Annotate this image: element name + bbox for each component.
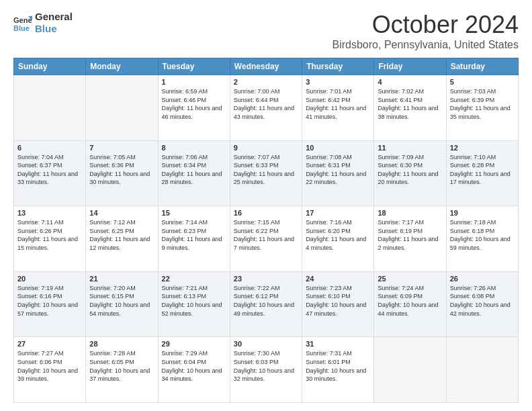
calendar-cell — [374, 337, 446, 403]
calendar-header-thursday: Thursday — [302, 58, 374, 75]
svg-text:Blue: Blue — [13, 24, 30, 32]
day-info: Sunrise: 7:15 AM Sunset: 6:22 PM Dayligh… — [234, 218, 298, 252]
day-number: 22 — [162, 275, 226, 283]
calendar-cell: 10Sunrise: 7:08 AM Sunset: 6:31 PM Dayli… — [302, 140, 374, 206]
day-info: Sunrise: 7:29 AM Sunset: 6:04 PM Dayligh… — [162, 349, 226, 383]
calendar-header-wednesday: Wednesday — [230, 58, 302, 75]
day-number: 23 — [234, 275, 298, 283]
day-info: Sunrise: 7:27 AM Sunset: 6:06 PM Dayligh… — [17, 349, 82, 383]
calendar-cell: 12Sunrise: 7:10 AM Sunset: 6:28 PM Dayli… — [446, 140, 518, 206]
day-number: 11 — [378, 144, 442, 152]
logo-icon: General Blue — [13, 13, 32, 32]
calendar-cell: 13Sunrise: 7:11 AM Sunset: 6:26 PM Dayli… — [14, 206, 86, 272]
calendar-cell: 21Sunrise: 7:20 AM Sunset: 6:15 PM Dayli… — [86, 271, 158, 337]
calendar-cell: 25Sunrise: 7:24 AM Sunset: 6:09 PM Dayli… — [374, 271, 446, 337]
day-info: Sunrise: 7:05 AM Sunset: 6:36 PM Dayligh… — [89, 153, 154, 187]
calendar-cell: 17Sunrise: 7:16 AM Sunset: 6:20 PM Dayli… — [302, 206, 374, 272]
day-info: Sunrise: 7:12 AM Sunset: 6:25 PM Dayligh… — [89, 218, 154, 252]
day-number: 12 — [450, 144, 515, 152]
day-number: 30 — [234, 340, 298, 348]
calendar-week-row: 6Sunrise: 7:04 AM Sunset: 6:37 PM Daylig… — [14, 140, 519, 206]
day-number: 18 — [378, 209, 442, 217]
day-number: 7 — [89, 144, 154, 152]
calendar-cell: 23Sunrise: 7:22 AM Sunset: 6:12 PM Dayli… — [230, 271, 302, 337]
calendar-cell: 29Sunrise: 7:29 AM Sunset: 6:04 PM Dayli… — [158, 337, 230, 403]
calendar-week-row: 27Sunrise: 7:27 AM Sunset: 6:06 PM Dayli… — [14, 337, 519, 403]
day-info: Sunrise: 7:02 AM Sunset: 6:41 PM Dayligh… — [378, 87, 442, 121]
day-info: Sunrise: 7:04 AM Sunset: 6:37 PM Dayligh… — [17, 153, 82, 187]
day-info: Sunrise: 7:22 AM Sunset: 6:12 PM Dayligh… — [234, 284, 298, 318]
day-number: 26 — [450, 275, 515, 283]
day-number: 5 — [450, 78, 515, 86]
day-info: Sunrise: 7:21 AM Sunset: 6:13 PM Dayligh… — [162, 284, 226, 318]
calendar-cell: 14Sunrise: 7:12 AM Sunset: 6:25 PM Dayli… — [86, 206, 158, 272]
main-title: October 2024 — [332, 11, 519, 39]
calendar-header-tuesday: Tuesday — [158, 58, 230, 75]
calendar-cell: 24Sunrise: 7:23 AM Sunset: 6:10 PM Dayli… — [302, 271, 374, 337]
day-info: Sunrise: 7:24 AM Sunset: 6:09 PM Dayligh… — [378, 284, 442, 318]
calendar-cell: 7Sunrise: 7:05 AM Sunset: 6:36 PM Daylig… — [86, 140, 158, 206]
day-number: 16 — [234, 209, 298, 217]
day-info: Sunrise: 7:14 AM Sunset: 6:23 PM Dayligh… — [162, 218, 226, 252]
calendar-cell: 2Sunrise: 7:00 AM Sunset: 6:44 PM Daylig… — [230, 75, 302, 141]
day-number: 3 — [306, 78, 370, 86]
day-number: 31 — [306, 340, 370, 348]
day-info: Sunrise: 7:09 AM Sunset: 6:30 PM Dayligh… — [378, 153, 442, 187]
calendar-week-row: 13Sunrise: 7:11 AM Sunset: 6:26 PM Dayli… — [14, 206, 519, 272]
day-info: Sunrise: 7:20 AM Sunset: 6:15 PM Dayligh… — [89, 284, 154, 318]
day-number: 10 — [306, 144, 370, 152]
calendar-cell: 26Sunrise: 7:26 AM Sunset: 6:08 PM Dayli… — [446, 271, 518, 337]
logo: General Blue General Blue — [13, 11, 73, 35]
day-number: 20 — [17, 275, 82, 283]
calendar-cell — [446, 337, 518, 403]
day-info: Sunrise: 7:26 AM Sunset: 6:08 PM Dayligh… — [450, 284, 515, 318]
day-number: 27 — [17, 340, 82, 348]
day-number: 25 — [378, 275, 442, 283]
page-header: General Blue General Blue October 2024 B… — [13, 11, 519, 51]
calendar-cell: 18Sunrise: 7:17 AM Sunset: 6:19 PM Dayli… — [374, 206, 446, 272]
title-block: October 2024 Birdsboro, Pennsylvania, Un… — [332, 11, 519, 51]
calendar-cell: 15Sunrise: 7:14 AM Sunset: 6:23 PM Dayli… — [158, 206, 230, 272]
day-number: 15 — [162, 209, 226, 217]
calendar-cell: 22Sunrise: 7:21 AM Sunset: 6:13 PM Dayli… — [158, 271, 230, 337]
day-number: 14 — [89, 209, 154, 217]
day-number: 8 — [162, 144, 226, 152]
day-info: Sunrise: 7:03 AM Sunset: 6:39 PM Dayligh… — [450, 87, 515, 121]
day-info: Sunrise: 7:23 AM Sunset: 6:10 PM Dayligh… — [306, 284, 370, 318]
calendar-cell: 11Sunrise: 7:09 AM Sunset: 6:30 PM Dayli… — [374, 140, 446, 206]
day-info: Sunrise: 7:08 AM Sunset: 6:31 PM Dayligh… — [306, 153, 370, 187]
day-number: 24 — [306, 275, 370, 283]
day-info: Sunrise: 7:01 AM Sunset: 6:42 PM Dayligh… — [306, 87, 370, 121]
calendar-header-friday: Friday — [374, 58, 446, 75]
day-info: Sunrise: 7:31 AM Sunset: 6:01 PM Dayligh… — [306, 349, 370, 383]
logo-line2: Blue — [35, 23, 73, 35]
day-number: 17 — [306, 209, 370, 217]
calendar-cell: 31Sunrise: 7:31 AM Sunset: 6:01 PM Dayli… — [302, 337, 374, 403]
calendar-cell: 19Sunrise: 7:18 AM Sunset: 6:18 PM Dayli… — [446, 206, 518, 272]
calendar-header-row: SundayMondayTuesdayWednesdayThursdayFrid… — [14, 58, 519, 75]
day-info: Sunrise: 7:10 AM Sunset: 6:28 PM Dayligh… — [450, 153, 515, 187]
day-info: Sunrise: 7:19 AM Sunset: 6:16 PM Dayligh… — [17, 284, 82, 318]
day-info: Sunrise: 7:28 AM Sunset: 6:05 PM Dayligh… — [89, 349, 154, 383]
calendar-cell: 9Sunrise: 7:07 AM Sunset: 6:33 PM Daylig… — [230, 140, 302, 206]
day-info: Sunrise: 7:16 AM Sunset: 6:20 PM Dayligh… — [306, 218, 370, 252]
day-info: Sunrise: 7:18 AM Sunset: 6:18 PM Dayligh… — [450, 218, 515, 252]
day-info: Sunrise: 7:06 AM Sunset: 6:34 PM Dayligh… — [162, 153, 226, 187]
day-number: 13 — [17, 209, 82, 217]
calendar-cell: 5Sunrise: 7:03 AM Sunset: 6:39 PM Daylig… — [446, 75, 518, 141]
day-number: 9 — [234, 144, 298, 152]
subtitle: Birdsboro, Pennsylvania, United States — [332, 39, 519, 51]
calendar-cell: 1Sunrise: 6:59 AM Sunset: 6:46 PM Daylig… — [158, 75, 230, 141]
day-number: 21 — [89, 275, 154, 283]
calendar-header-monday: Monday — [86, 58, 158, 75]
day-number: 1 — [162, 78, 226, 86]
calendar-header-saturday: Saturday — [446, 58, 518, 75]
calendar-cell — [14, 75, 86, 141]
day-info: Sunrise: 7:11 AM Sunset: 6:26 PM Dayligh… — [17, 218, 82, 252]
calendar-table: SundayMondayTuesdayWednesdayThursdayFrid… — [13, 58, 519, 403]
day-info: Sunrise: 7:30 AM Sunset: 6:03 PM Dayligh… — [234, 349, 298, 383]
calendar-cell: 28Sunrise: 7:28 AM Sunset: 6:05 PM Dayli… — [86, 337, 158, 403]
calendar-cell: 20Sunrise: 7:19 AM Sunset: 6:16 PM Dayli… — [14, 271, 86, 337]
day-info: Sunrise: 6:59 AM Sunset: 6:46 PM Dayligh… — [162, 87, 226, 121]
calendar-cell: 30Sunrise: 7:30 AM Sunset: 6:03 PM Dayli… — [230, 337, 302, 403]
